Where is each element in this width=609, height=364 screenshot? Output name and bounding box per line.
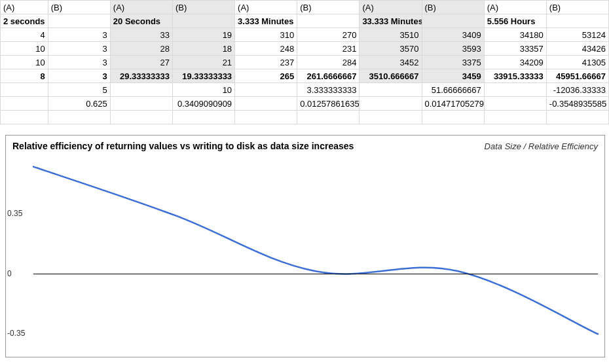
grid-cell[interactable] (110, 97, 172, 111)
grid-cell[interactable] (1, 97, 48, 111)
data-grid[interactable]: (A)(B)(A)(B)(A)(B)(A)(B)(A)(B)2 seconds2… (0, 0, 609, 124)
grid-cell[interactable]: 265 (235, 69, 297, 83)
grid-cell[interactable]: 3570 (360, 42, 422, 56)
grid-subheader-cell[interactable] (297, 14, 360, 28)
grid-cell[interactable]: -0.3548935585 (546, 97, 608, 111)
chart-svg (33, 154, 598, 350)
grid-data-row: 0.6250.34090909090.012578616350.01471705… (1, 97, 609, 111)
grid-cell[interactable]: 0.01471705279 (422, 97, 484, 111)
grid-header-cell[interactable]: (B) (546, 1, 608, 14)
grid-cell[interactable] (484, 111, 546, 124)
grid-cell[interactable] (360, 111, 422, 124)
grid-cell[interactable]: 3459 (422, 69, 484, 83)
grid-cell[interactable] (110, 111, 172, 124)
chart-y-tick: 0.35 (7, 209, 22, 218)
grid-cell[interactable]: 0.625 (48, 97, 110, 111)
grid-cell[interactable] (235, 97, 297, 111)
grid-data-row: 5103.33333333351.66666667-12036.33333 (1, 83, 609, 97)
grid-cell[interactable] (484, 83, 546, 97)
grid-cell[interactable]: 3375 (422, 56, 484, 69)
grid-subheader-cell[interactable] (422, 14, 484, 28)
grid-cell[interactable]: 3 (48, 69, 110, 83)
grid-cell[interactable]: 3452 (360, 56, 422, 69)
grid-cell[interactable]: 34209 (484, 56, 546, 69)
grid-cell[interactable] (1, 83, 48, 97)
grid-cell[interactable]: 10 (172, 83, 234, 97)
grid-header-cell[interactable]: (A) (1, 1, 48, 14)
grid-cell[interactable]: 34180 (484, 28, 546, 42)
grid-cell[interactable]: 10 (1, 56, 48, 69)
grid-subheader-cell[interactable]: 3.333 Minutes (235, 14, 297, 28)
grid-header-cell[interactable]: (B) (172, 1, 234, 14)
grid-cell[interactable]: -12036.33333 (546, 83, 608, 97)
grid-cell[interactable]: 231 (297, 42, 360, 56)
grid-subheader-cell[interactable]: 5.556 Hours (484, 14, 546, 28)
grid-cell[interactable] (110, 83, 172, 97)
grid-cell[interactable] (48, 111, 110, 124)
grid-cell[interactable] (297, 111, 360, 124)
grid-cell[interactable]: 0.3409090909 (172, 97, 234, 111)
grid-cell[interactable] (235, 83, 297, 97)
grid-cell[interactable]: 3593 (422, 42, 484, 56)
grid-subheader-cell[interactable] (48, 14, 110, 28)
grid-cell[interactable]: 237 (235, 56, 297, 69)
chart-y-tick: -0.35 (7, 329, 25, 338)
grid-cell[interactable]: 284 (297, 56, 360, 69)
grid-cell[interactable]: 3 (48, 28, 110, 42)
grid-cell[interactable]: 3.333333333 (297, 83, 360, 97)
grid-cell[interactable]: 21 (172, 56, 234, 69)
grid-cell[interactable]: 29.33333333 (110, 69, 172, 83)
grid-subheader-cell[interactable] (546, 14, 608, 28)
grid-cell[interactable]: 3510.666667 (360, 69, 422, 83)
grid-cell[interactable]: 310 (235, 28, 297, 42)
grid-subheader-cell[interactable]: 2 seconds (1, 14, 48, 28)
grid-cell[interactable] (172, 111, 234, 124)
grid-data-row: 1032818248231357035933335743426 (1, 42, 609, 56)
grid-cell[interactable]: 33357 (484, 42, 546, 56)
grid-cell[interactable]: 28 (110, 42, 172, 56)
grid-header-cell[interactable]: (A) (484, 1, 546, 14)
chart-y-tick: 0 (7, 269, 12, 278)
grid-subheader-cell[interactable]: 33.333 Minutes (360, 14, 422, 28)
grid-header-cell[interactable]: (A) (235, 1, 297, 14)
grid-cell[interactable] (546, 111, 608, 124)
grid-cell[interactable]: 43426 (546, 42, 608, 56)
grid-cell[interactable] (484, 97, 546, 111)
grid-cell[interactable]: 19.33333333 (172, 69, 234, 83)
grid-cell[interactable] (1, 111, 48, 124)
grid-cell[interactable] (235, 111, 297, 124)
grid-cell[interactable]: 3 (48, 56, 110, 69)
grid-cell[interactable]: 45951.66667 (546, 69, 608, 83)
grid-header-cell[interactable]: (A) (360, 1, 422, 14)
grid-cell[interactable]: 41305 (546, 56, 608, 69)
grid-cell[interactable]: 270 (297, 28, 360, 42)
grid-cell[interactable]: 3409 (422, 28, 484, 42)
grid-cell[interactable] (422, 111, 484, 124)
grid-cell[interactable]: 18 (172, 42, 234, 56)
grid-cell[interactable] (360, 97, 422, 111)
grid-cell[interactable]: 3510 (360, 28, 422, 42)
grid-data-row: 433319310270351034093418053124 (1, 28, 609, 42)
grid-cell[interactable]: 4 (1, 28, 48, 42)
grid-cell[interactable]: 0.01257861635 (297, 97, 360, 111)
grid-header-cell[interactable]: (B) (48, 1, 110, 14)
grid-cell[interactable]: 19 (172, 28, 234, 42)
grid-cell[interactable]: 33915.33333 (484, 69, 546, 83)
grid-cell[interactable]: 51.66666667 (422, 83, 484, 97)
grid-cell[interactable]: 261.6666667 (297, 69, 360, 83)
grid-cell[interactable]: 10 (1, 42, 48, 56)
chart-subtitle: Data Size / Relative Efficiency (485, 141, 598, 151)
grid-subheader-cell[interactable] (172, 14, 234, 28)
grid-cell[interactable]: 27 (110, 56, 172, 69)
grid-cell[interactable]: 53124 (546, 28, 608, 42)
grid-cell[interactable]: 8 (1, 69, 48, 83)
grid-header-cell[interactable]: (B) (297, 1, 360, 14)
grid-cell[interactable]: 5 (48, 83, 110, 97)
grid-header-cell[interactable]: (B) (422, 1, 484, 14)
grid-cell[interactable]: 248 (235, 42, 297, 56)
grid-subheader-cell[interactable]: 20 Seconds (110, 14, 172, 28)
grid-cell[interactable]: 33 (110, 28, 172, 42)
grid-header-cell[interactable]: (A) (110, 1, 172, 14)
grid-cell[interactable]: 3 (48, 42, 110, 56)
grid-cell[interactable] (360, 83, 422, 97)
